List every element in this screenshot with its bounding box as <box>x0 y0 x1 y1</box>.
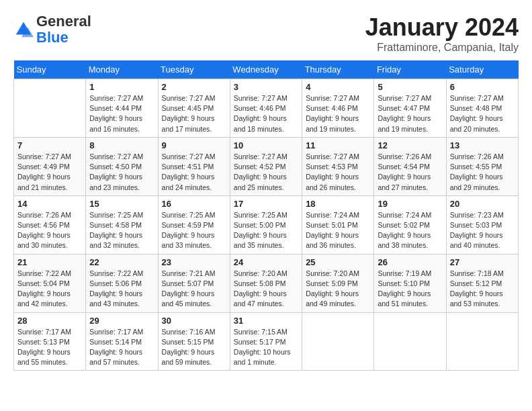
calendar-cell: 8Sunrise: 7:27 AMSunset: 4:50 PMDaylight… <box>86 137 158 195</box>
day-number: 27 <box>450 257 515 267</box>
calendar-cell: 31Sunrise: 7:15 AMSunset: 5:17 PMDayligh… <box>230 312 302 371</box>
day-info: Sunrise: 7:27 AMSunset: 4:52 PMDaylight:… <box>234 152 298 193</box>
calendar-cell: 20Sunrise: 7:23 AMSunset: 5:03 PMDayligh… <box>446 195 518 254</box>
calendar-cell: 17Sunrise: 7:25 AMSunset: 5:00 PMDayligh… <box>230 195 302 254</box>
calendar-cell: 3Sunrise: 7:27 AMSunset: 4:46 PMDaylight… <box>230 79 302 138</box>
day-number: 20 <box>450 199 515 209</box>
calendar-cell: 7Sunrise: 7:27 AMSunset: 4:49 PMDaylight… <box>14 137 86 195</box>
day-number: 25 <box>306 257 370 267</box>
calendar-cell: 15Sunrise: 7:25 AMSunset: 4:58 PMDayligh… <box>86 195 158 254</box>
day-info: Sunrise: 7:25 AMSunset: 5:00 PMDaylight:… <box>234 210 298 251</box>
day-info: Sunrise: 7:22 AMSunset: 5:06 PMDaylight:… <box>89 269 154 310</box>
calendar-week-row: 1Sunrise: 7:27 AMSunset: 4:44 PMDaylight… <box>14 79 519 138</box>
day-info: Sunrise: 7:27 AMSunset: 4:46 PMDaylight:… <box>234 93 298 134</box>
calendar-week-row: 21Sunrise: 7:22 AMSunset: 5:04 PMDayligh… <box>14 254 519 312</box>
day-number: 23 <box>162 257 226 267</box>
day-header-wednesday: Wednesday <box>230 60 302 79</box>
calendar-cell: 23Sunrise: 7:21 AMSunset: 5:07 PMDayligh… <box>158 254 230 312</box>
day-info: Sunrise: 7:27 AMSunset: 4:53 PMDaylight:… <box>306 152 370 193</box>
day-info: Sunrise: 7:27 AMSunset: 4:47 PMDaylight:… <box>378 93 442 134</box>
day-number: 12 <box>378 140 442 150</box>
calendar-week-row: 14Sunrise: 7:26 AMSunset: 4:56 PMDayligh… <box>14 195 519 254</box>
day-info: Sunrise: 7:24 AMSunset: 5:01 PMDaylight:… <box>306 210 370 251</box>
calendar-cell <box>302 312 374 371</box>
day-number: 15 <box>89 199 154 209</box>
day-info: Sunrise: 7:26 AMSunset: 4:55 PMDaylight:… <box>450 152 515 193</box>
calendar-cell: 6Sunrise: 7:27 AMSunset: 4:48 PMDaylight… <box>446 79 518 138</box>
calendar-cell: 25Sunrise: 7:20 AMSunset: 5:09 PMDayligh… <box>302 254 374 312</box>
day-number: 29 <box>89 316 154 326</box>
calendar-week-row: 28Sunrise: 7:17 AMSunset: 5:13 PMDayligh… <box>14 312 519 371</box>
day-number: 30 <box>162 316 226 326</box>
day-number: 13 <box>450 140 515 150</box>
calendar-cell: 24Sunrise: 7:20 AMSunset: 5:08 PMDayligh… <box>230 254 302 312</box>
day-number: 6 <box>450 82 515 92</box>
day-number: 10 <box>234 140 298 150</box>
calendar-cell: 16Sunrise: 7:25 AMSunset: 4:59 PMDayligh… <box>158 195 230 254</box>
calendar-cell: 2Sunrise: 7:27 AMSunset: 4:45 PMDaylight… <box>158 79 230 138</box>
day-number: 1 <box>89 82 154 92</box>
calendar-header-row: SundayMondayTuesdayWednesdayThursdayFrid… <box>14 60 519 79</box>
calendar-cell: 13Sunrise: 7:26 AMSunset: 4:55 PMDayligh… <box>446 137 518 195</box>
day-info: Sunrise: 7:19 AMSunset: 5:10 PMDaylight:… <box>378 269 442 310</box>
day-number: 14 <box>17 199 82 209</box>
month-title: January 2024 <box>365 13 519 42</box>
day-info: Sunrise: 7:27 AMSunset: 4:50 PMDaylight:… <box>89 152 154 193</box>
calendar-cell: 18Sunrise: 7:24 AMSunset: 5:01 PMDayligh… <box>302 195 374 254</box>
calendar-cell: 21Sunrise: 7:22 AMSunset: 5:04 PMDayligh… <box>14 254 86 312</box>
day-header-tuesday: Tuesday <box>158 60 230 79</box>
day-info: Sunrise: 7:17 AMSunset: 5:13 PMDaylight:… <box>17 327 82 368</box>
day-number: 2 <box>162 82 226 92</box>
day-info: Sunrise: 7:16 AMSunset: 5:15 PMDaylight:… <box>162 327 226 368</box>
day-number: 26 <box>378 257 442 267</box>
day-header-friday: Friday <box>374 60 446 79</box>
day-number: 16 <box>162 199 226 209</box>
day-number: 22 <box>89 257 154 267</box>
calendar-cell: 26Sunrise: 7:19 AMSunset: 5:10 PMDayligh… <box>374 254 446 312</box>
calendar-cell: 1Sunrise: 7:27 AMSunset: 4:44 PMDaylight… <box>86 79 158 138</box>
day-info: Sunrise: 7:26 AMSunset: 4:56 PMDaylight:… <box>17 210 82 251</box>
calendar-body: 1Sunrise: 7:27 AMSunset: 4:44 PMDaylight… <box>14 79 519 371</box>
day-info: Sunrise: 7:20 AMSunset: 5:09 PMDaylight:… <box>306 269 370 310</box>
day-info: Sunrise: 7:27 AMSunset: 4:49 PMDaylight:… <box>17 152 82 193</box>
day-info: Sunrise: 7:27 AMSunset: 4:51 PMDaylight:… <box>162 152 226 193</box>
day-info: Sunrise: 7:25 AMSunset: 4:59 PMDaylight:… <box>162 210 226 251</box>
calendar-cell: 4Sunrise: 7:27 AMSunset: 4:46 PMDaylight… <box>302 79 374 138</box>
calendar-cell <box>374 312 446 371</box>
day-header-sunday: Sunday <box>14 60 86 79</box>
day-number: 8 <box>89 140 154 150</box>
day-info: Sunrise: 7:25 AMSunset: 4:58 PMDaylight:… <box>89 210 154 251</box>
calendar-cell: 22Sunrise: 7:22 AMSunset: 5:06 PMDayligh… <box>86 254 158 312</box>
calendar-cell: 9Sunrise: 7:27 AMSunset: 4:51 PMDaylight… <box>158 137 230 195</box>
location-title: Frattaminore, Campania, Italy <box>365 42 519 54</box>
day-info: Sunrise: 7:20 AMSunset: 5:08 PMDaylight:… <box>234 269 298 310</box>
day-info: Sunrise: 7:17 AMSunset: 5:14 PMDaylight:… <box>89 327 154 368</box>
day-header-thursday: Thursday <box>302 60 374 79</box>
day-number: 18 <box>306 199 370 209</box>
day-info: Sunrise: 7:26 AMSunset: 4:54 PMDaylight:… <box>378 152 442 193</box>
calendar-cell <box>14 79 86 138</box>
day-info: Sunrise: 7:23 AMSunset: 5:03 PMDaylight:… <box>450 210 515 251</box>
calendar-cell: 5Sunrise: 7:27 AMSunset: 4:47 PMDaylight… <box>374 79 446 138</box>
day-info: Sunrise: 7:21 AMSunset: 5:07 PMDaylight:… <box>162 269 226 310</box>
day-info: Sunrise: 7:27 AMSunset: 4:44 PMDaylight:… <box>89 93 154 134</box>
calendar-week-row: 7Sunrise: 7:27 AMSunset: 4:49 PMDaylight… <box>14 137 519 195</box>
calendar-cell: 27Sunrise: 7:18 AMSunset: 5:12 PMDayligh… <box>446 254 518 312</box>
day-info: Sunrise: 7:24 AMSunset: 5:02 PMDaylight:… <box>378 210 442 251</box>
calendar-cell: 10Sunrise: 7:27 AMSunset: 4:52 PMDayligh… <box>230 137 302 195</box>
day-number: 11 <box>306 140 370 150</box>
day-number: 19 <box>378 199 442 209</box>
day-number: 4 <box>306 82 370 92</box>
day-number: 3 <box>234 82 298 92</box>
day-number: 17 <box>234 199 298 209</box>
logo-general-text: General <box>36 13 91 30</box>
day-info: Sunrise: 7:27 AMSunset: 4:45 PMDaylight:… <box>162 93 226 134</box>
day-info: Sunrise: 7:27 AMSunset: 4:48 PMDaylight:… <box>450 93 515 134</box>
day-number: 9 <box>162 140 226 150</box>
day-number: 5 <box>378 82 442 92</box>
calendar-cell: 12Sunrise: 7:26 AMSunset: 4:54 PMDayligh… <box>374 137 446 195</box>
day-info: Sunrise: 7:15 AMSunset: 5:17 PMDaylight:… <box>234 327 298 368</box>
logo: General Blue <box>13 13 91 46</box>
day-info: Sunrise: 7:22 AMSunset: 5:04 PMDaylight:… <box>17 269 82 310</box>
calendar-cell: 28Sunrise: 7:17 AMSunset: 5:13 PMDayligh… <box>14 312 86 371</box>
